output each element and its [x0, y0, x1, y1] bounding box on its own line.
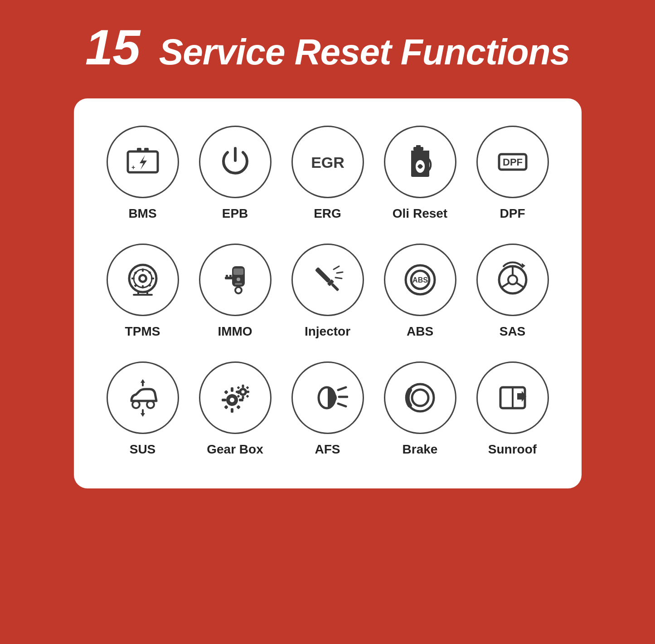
sas-label: SAS [500, 324, 526, 339]
svg-rect-73 [246, 386, 249, 389]
svg-rect-68 [242, 385, 244, 388]
svg-rect-22 [148, 283, 151, 287]
svg-rect-64 [224, 405, 228, 410]
svg-rect-60 [222, 399, 226, 401]
page-title: 15 Service Reset Functions [0, 18, 655, 76]
afs-label: AFS [315, 442, 340, 457]
svg-text:ABS: ABS [412, 276, 428, 284]
svg-rect-17 [131, 278, 135, 279]
functions-grid: + BMS EPB EGR ERG [101, 126, 554, 457]
bms-icon-circle: + [107, 126, 179, 198]
svg-rect-72 [237, 386, 240, 389]
item-gearbox: Gear Box [194, 361, 277, 457]
item-oli-reset: Oli Reset [378, 126, 462, 221]
gearbox-label: Gear Box [207, 442, 263, 457]
svg-point-33 [235, 287, 242, 293]
svg-rect-69 [242, 396, 244, 399]
oli-icon-circle [384, 126, 456, 198]
svg-text:EGR: EGR [311, 154, 344, 171]
svg-rect-7 [416, 145, 421, 148]
svg-point-44 [508, 275, 517, 284]
svg-point-67 [241, 390, 244, 394]
item-dpf: DPF DPF [471, 126, 554, 221]
item-injector: Injector [286, 244, 369, 339]
svg-rect-31 [226, 275, 228, 277]
item-brake: Brake [378, 361, 462, 457]
svg-point-57 [230, 398, 234, 402]
injector-icon-circle [291, 244, 364, 316]
item-sus: SUS [101, 361, 184, 457]
abs-label: ABS [407, 324, 433, 339]
svg-line-78 [338, 387, 346, 390]
svg-line-47 [517, 283, 524, 288]
abs-icon-circle: ABS [384, 244, 456, 316]
svg-line-39 [335, 278, 342, 278]
gearbox-icon-circle [199, 361, 272, 434]
svg-rect-71 [246, 391, 249, 393]
item-epb: EPB [194, 126, 277, 221]
svg-line-46 [501, 283, 509, 288]
injector-label: Injector [305, 324, 350, 339]
svg-rect-34 [315, 267, 330, 283]
sunroof-icon-circle [476, 361, 549, 434]
page-header: 15 Service Reset Functions [0, 0, 655, 98]
svg-rect-16 [142, 285, 144, 288]
item-abs: ABS ABS [378, 244, 462, 339]
svg-rect-75 [246, 395, 249, 398]
item-bms: + BMS [101, 126, 184, 221]
epb-label: EPB [222, 206, 248, 221]
immo-icon-circle [199, 244, 272, 316]
svg-line-37 [334, 266, 339, 269]
svg-rect-59 [231, 408, 233, 413]
svg-line-38 [337, 272, 343, 273]
epb-icon-circle [199, 126, 272, 198]
svg-rect-30 [225, 277, 233, 279]
svg-rect-58 [231, 387, 233, 392]
svg-point-28 [237, 278, 240, 281]
svg-rect-29 [235, 283, 242, 285]
svg-rect-18 [151, 278, 154, 279]
svg-rect-32 [229, 275, 232, 277]
tpms-label: TPMS [125, 324, 160, 339]
item-erg: EGR ERG [286, 126, 369, 221]
svg-rect-1 [137, 148, 141, 151]
item-tpms: TPMS [101, 244, 184, 339]
svg-rect-36 [331, 283, 339, 291]
svg-marker-52 [141, 379, 145, 383]
svg-rect-70 [236, 391, 239, 393]
svg-text:DPF: DPF [503, 156, 523, 168]
item-sunroof: Sunroof [471, 361, 554, 457]
svg-marker-54 [141, 413, 145, 417]
svg-line-80 [338, 404, 346, 406]
service-count: 15 [85, 19, 140, 75]
svg-point-14 [141, 276, 145, 281]
item-immo: IMMO [194, 244, 277, 339]
sus-label: SUS [130, 442, 156, 457]
item-afs: AFS [286, 361, 369, 457]
sas-icon-circle [476, 244, 549, 316]
svg-rect-2 [144, 148, 149, 151]
dpf-label: DPF [500, 206, 525, 221]
svg-marker-48 [522, 263, 525, 268]
erg-icon-circle: EGR [291, 126, 364, 198]
svg-rect-27 [233, 268, 243, 275]
item-sas: SAS [471, 244, 554, 339]
bms-label: BMS [128, 206, 156, 221]
brake-icon-circle [384, 361, 456, 434]
brake-label: Brake [403, 442, 438, 457]
header-text: Service Reset Functions [159, 32, 570, 72]
svg-rect-15 [142, 268, 144, 272]
svg-text:+: + [131, 164, 135, 171]
afs-icon-circle [291, 361, 364, 434]
svg-rect-62 [224, 390, 228, 395]
dpf-icon-circle: DPF [476, 126, 549, 198]
oli-reset-label: Oli Reset [393, 206, 447, 221]
svg-rect-65 [236, 405, 241, 410]
main-card: + BMS EPB EGR ERG [74, 98, 582, 488]
svg-marker-3 [140, 155, 147, 170]
immo-label: IMMO [218, 324, 252, 339]
erg-label: ERG [314, 206, 341, 221]
tpms-icon-circle [107, 244, 179, 316]
svg-point-82 [412, 390, 428, 406]
sunroof-label: Sunroof [488, 442, 537, 457]
